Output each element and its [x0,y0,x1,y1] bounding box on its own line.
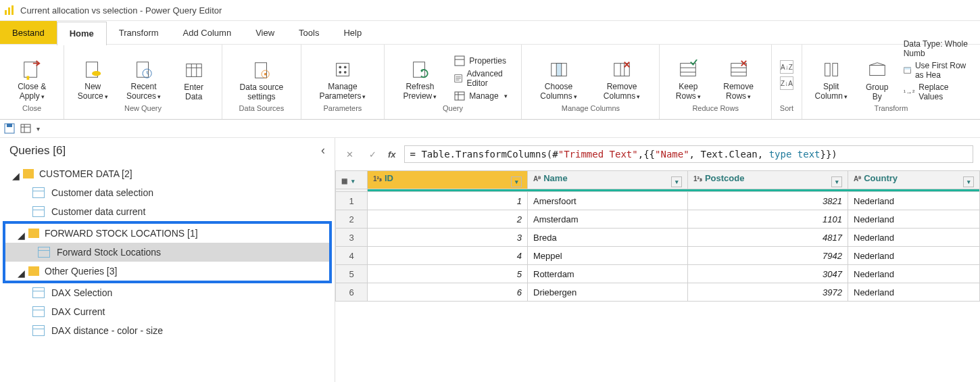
cell-name[interactable]: Meppel [528,247,688,265]
properties-button[interactable]: Properties [454,55,512,66]
remove-rows-button[interactable]: Remove Rows▾ [711,47,766,103]
column-header-name[interactable]: AᴮName▾ [528,171,688,189]
qat-customize[interactable]: ▾ [36,125,40,133]
advanced-editor-button[interactable]: Advanced Editor [454,69,512,88]
cell-postcode[interactable]: 7942 [688,247,848,265]
data-type-button[interactable]: Data Type: Whole Numb [904,39,971,58]
group-query-label: Query [443,103,463,112]
tab-file[interactable]: Bestand [0,21,57,44]
cell-country[interactable]: Nederland [848,192,980,210]
table-row[interactable]: 55Rotterdam3047Nederland [336,265,980,283]
sort-desc-button[interactable]: Z↓A [780,76,793,90]
table-view-icon[interactable] [20,123,31,134]
split-column-button[interactable]: Split Column▾ [808,47,855,103]
manage-button[interactable]: Manage▾ [454,91,512,101]
save-icon[interactable] [4,123,15,134]
tab-help[interactable]: Help [331,21,374,44]
cell-id[interactable]: 6 [368,283,528,302]
table-row[interactable]: 33Breda4817Nederland [336,229,980,247]
keep-rows-button[interactable]: Keep Rows▾ [665,47,711,103]
manage-parameters-button[interactable]: Manage Parameters▾ [307,47,378,103]
query-group-label: CUSTOMER DATA [2] [39,168,132,179]
column-filter-icon[interactable]: ▾ [831,176,842,187]
group-by-button[interactable]: Group By [855,47,900,103]
cell-name[interactable]: Driebergen [528,283,688,302]
cell-country[interactable]: Nederland [848,247,980,265]
group-parameters-label: Parameters [323,103,362,112]
column-header-country[interactable]: AᴮCountry▾ [848,171,980,189]
grid-corner[interactable]: ▦▾ [336,171,368,189]
cell-name[interactable]: Breda [528,229,688,247]
menubar: Bestand Home Transform Add Column View T… [0,21,980,45]
query-customer-data-current[interactable]: Customer data current [0,202,335,221]
group-datasources-label: Data Sources [239,103,285,112]
table-row[interactable]: 66Driebergen3972Nederland [336,283,980,302]
cell-country[interactable]: Nederland [848,283,980,302]
cell-name[interactable]: Amsterdam [528,210,688,229]
remove-columns-button[interactable]: Remove Columns▾ [590,47,654,103]
cell-name[interactable]: Rotterdam [528,265,688,283]
first-row-headers-button[interactable]: Use First Row as Hea [904,61,971,80]
query-dax-distance[interactable]: DAX distance - color - size [0,321,335,340]
cell-postcode[interactable]: 1101 [688,210,848,229]
column-filter-icon[interactable]: ▾ [511,176,522,187]
group-close-label: Close [22,103,41,112]
formula-commit-button[interactable]: ✓ [365,147,380,162]
cell-country[interactable]: Nederland [848,265,980,283]
sort-asc-button[interactable]: A↓Z [780,60,793,74]
formula-cancel-button[interactable]: ✕ [342,147,357,162]
svg-point-18 [339,71,341,74]
cell-postcode[interactable]: 3972 [688,283,848,302]
new-source-button[interactable]: New Source▾ [70,47,116,103]
replace-values-button[interactable]: ¹→²Replace Values [904,82,971,101]
close-apply-button[interactable]: Close & Apply▾ [5,47,58,103]
tab-view[interactable]: View [243,21,287,44]
refresh-preview-button[interactable]: Refresh Preview▾ [390,47,451,103]
column-filter-icon[interactable]: ▾ [671,176,682,187]
cell-id[interactable]: 1 [368,192,528,210]
cell-country[interactable]: Nederland [848,229,980,247]
tab-add-column[interactable]: Add Column [171,21,244,44]
query-group-forward-stock[interactable]: ◢FORWARD STOCK LOCATIONS [1] [5,224,329,243]
tab-transform[interactable]: Transform [107,21,171,44]
tab-home[interactable]: Home [57,22,107,45]
cell-id[interactable]: 5 [368,265,528,283]
table-row[interactable]: 44Meppel7942Nederland [336,247,980,265]
column-header-id[interactable]: 1²₃ID▾ [368,171,528,189]
cell-id[interactable]: 3 [368,229,528,247]
data-type-label: Data Type: Whole Numb [904,39,971,58]
choose-columns-button[interactable]: Choose Columns▾ [527,47,589,103]
enter-data-button[interactable]: Enter Data [172,47,216,103]
query-group-other[interactable]: ◢Other Queries [3] [5,262,329,281]
row-number: 5 [336,265,368,283]
data-source-settings-button[interactable]: Data source settings [228,47,295,103]
query-group-customer-data[interactable]: ◢CUSTOMER DATA [2] [0,164,335,183]
folder-icon [28,229,39,238]
row-number: 2 [336,210,368,229]
table-row[interactable]: 22Amsterdam1101Nederland [336,210,980,229]
table-row[interactable]: 11Amersfoort3821Nederland [336,192,980,210]
column-filter-icon[interactable]: ▾ [963,176,974,187]
fx-icon: fx [388,149,396,160]
tab-tools[interactable]: Tools [287,21,331,44]
query-dax-selection[interactable]: DAX Selection [0,283,335,302]
cell-name[interactable]: Amersfoort [528,192,688,210]
formula-input[interactable]: = Table.TransformColumns(#"Trimmed Text"… [404,145,973,163]
svg-rect-1 [8,7,10,15]
query-label: Customer data current [51,206,145,217]
group-transform-label: Transform [875,103,908,112]
collapse-pane-button[interactable]: ‹ [321,143,325,158]
table-icon: ▦ [341,177,347,185]
column-header-postcode[interactable]: 1²₃Postcode▾ [688,171,848,189]
cell-id[interactable]: 4 [368,247,528,265]
recent-sources-button[interactable]: Recent Sources▾ [116,47,171,103]
query-dax-current[interactable]: DAX Current [0,302,335,321]
cell-postcode[interactable]: 4817 [688,229,848,247]
cell-id[interactable]: 2 [368,210,528,229]
query-forward-stock-locations[interactable]: Forward Stock Locations [5,243,329,262]
cell-country[interactable]: Nederland [848,210,980,229]
cell-postcode[interactable]: 3047 [688,265,848,283]
advanced-editor-label: Advanced Editor [466,69,512,88]
query-customer-data-selection[interactable]: Customer data selection [0,183,335,202]
cell-postcode[interactable]: 3821 [688,192,848,210]
